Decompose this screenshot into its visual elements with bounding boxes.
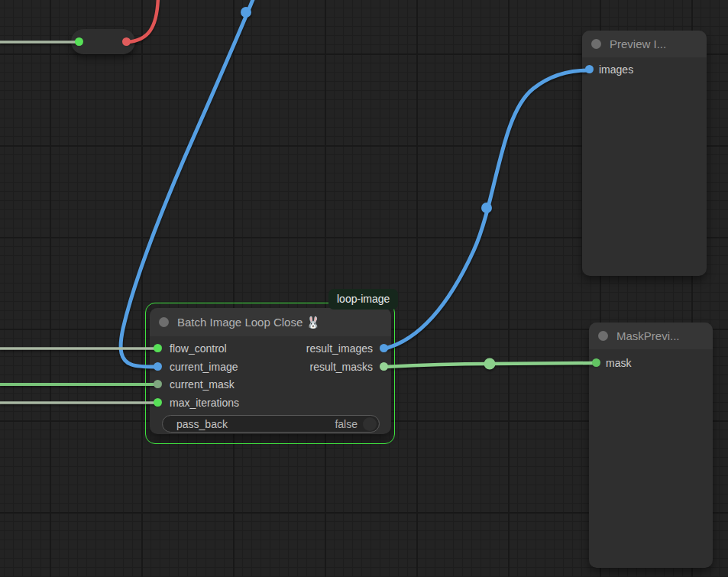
- link-midpoint-dot-blue-top[interactable]: [241, 7, 251, 18]
- input-port-current-image[interactable]: [154, 362, 162, 371]
- output-port-result-masks[interactable]: [380, 362, 388, 371]
- node-title-bar[interactable]: MaskPrevi...: [589, 323, 713, 349]
- node-title: MaskPrevi...: [616, 329, 680, 342]
- link-midpoint-dot-green[interactable]: [484, 358, 496, 370]
- input-port-mask[interactable]: [592, 358, 600, 367]
- reroute-output-dot[interactable]: [122, 37, 131, 46]
- wire-result-images-to-images[interactable]: [385, 70, 588, 348]
- input-label-images: images: [599, 62, 633, 77]
- input-port-max-iterations[interactable]: [154, 398, 162, 407]
- node-title-bar[interactable]: Preview I...: [582, 31, 707, 57]
- input-label-mask: mask: [606, 355, 631, 371]
- input-port-flow-control[interactable]: [154, 344, 162, 352]
- node-selection-outline: [145, 303, 395, 444]
- reroute-input-dot[interactable]: [75, 37, 83, 46]
- node-badge: loop-image: [328, 289, 398, 310]
- node-title: Preview I...: [610, 37, 666, 50]
- collapse-dot-icon[interactable]: [598, 331, 608, 341]
- input-port-current-mask[interactable]: [154, 380, 162, 388]
- collapse-dot-icon[interactable]: [591, 39, 601, 49]
- wire-result-masks-to-mask[interactable]: [385, 363, 597, 367]
- node-preview-image[interactable]: Preview I... images: [582, 31, 707, 276]
- node-mask-preview[interactable]: MaskPrevi... mask: [589, 323, 713, 568]
- collapsed-reroute-node[interactable]: [71, 29, 135, 54]
- output-port-result-images[interactable]: [380, 344, 388, 352]
- link-midpoint-dot-blue-mid[interactable]: [481, 203, 492, 213]
- node-graph-canvas[interactable]: { "colors": { "selection_outline": "#3fe…: [0, 0, 728, 577]
- input-port-images[interactable]: [585, 65, 594, 73]
